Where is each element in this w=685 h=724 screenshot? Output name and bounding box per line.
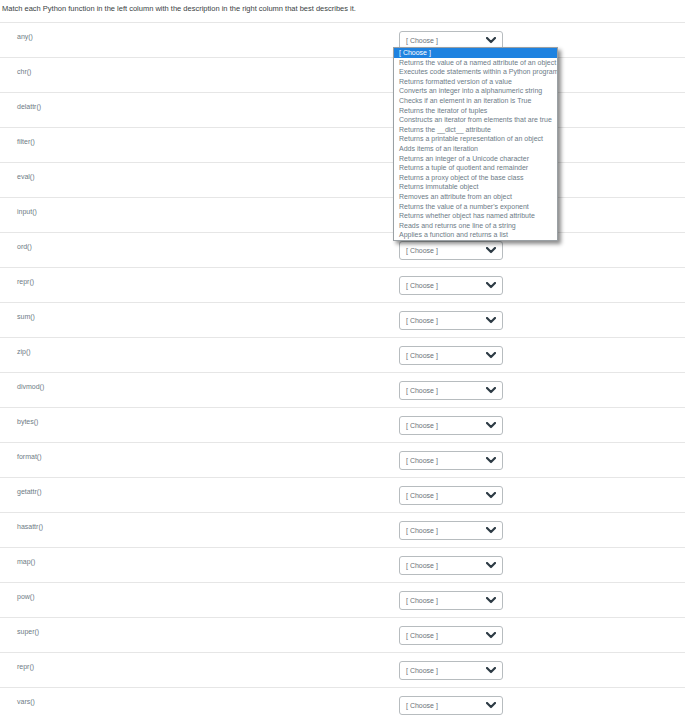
select-value: [ Choose ] <box>406 702 438 709</box>
answer-select[interactable]: [ Choose ] <box>399 521 503 540</box>
match-row: pow() [ Choose ] <box>0 582 685 617</box>
answer-select[interactable]: [ Choose ] <box>399 241 503 260</box>
chevron-down-icon <box>486 352 496 359</box>
match-row: hasattr() [ Choose ] <box>0 512 685 547</box>
dropdown-option[interactable]: Removes an attribute from an object <box>394 192 557 202</box>
match-row: chr() [ Choose ] <box>0 57 685 92</box>
select-value: [ Choose ] <box>406 352 438 359</box>
answer-select[interactable]: [ Choose ] <box>399 451 503 470</box>
dropdown-option[interactable]: Converts an integer into a alphanumeric … <box>394 86 557 96</box>
match-row: format() [ Choose ] <box>0 442 685 477</box>
match-row: filter() [ Choose ] <box>0 127 685 162</box>
select-value: [ Choose ] <box>406 667 438 674</box>
select-value: [ Choose ] <box>406 387 438 394</box>
dropdown-option[interactable]: [ Choose ] <box>394 48 557 58</box>
dropdown-option[interactable]: Returns immutable object <box>394 182 557 192</box>
function-label: super() <box>17 628 39 635</box>
function-label: format() <box>17 453 42 460</box>
chevron-down-icon <box>486 457 496 464</box>
function-label: map() <box>17 558 35 565</box>
chevron-down-icon <box>486 247 496 254</box>
match-row: bytes() [ Choose ] <box>0 407 685 442</box>
match-row: divmod() [ Choose ] <box>0 372 685 407</box>
chevron-down-icon <box>486 667 496 674</box>
answer-select[interactable]: [ Choose ] <box>399 661 503 680</box>
answer-select[interactable]: [ Choose ] <box>399 276 503 295</box>
dropdown-option[interactable]: Returns formatted version of a value <box>394 77 557 87</box>
dropdown-option[interactable]: Returns a tuple of quotient and remainde… <box>394 163 557 173</box>
dropdown-option[interactable]: Checks if an element in an iteration is … <box>394 96 557 106</box>
dropdown-option[interactable]: Returns a printable representation of an… <box>394 134 557 144</box>
chevron-down-icon <box>486 597 496 604</box>
answer-select[interactable]: [ Choose ] <box>399 346 503 365</box>
select-value: [ Choose ] <box>406 422 438 429</box>
answer-select[interactable]: [ Choose ] <box>399 486 503 505</box>
dropdown-option[interactable]: Returns whether object has named attribu… <box>394 211 557 221</box>
dropdown-option[interactable]: Executes code statements within a Python… <box>394 67 557 77</box>
answer-select[interactable]: [ Choose ] <box>399 311 503 330</box>
chevron-down-icon <box>486 562 496 569</box>
answer-select[interactable]: [ Choose ] <box>399 696 503 715</box>
function-label: hasattr() <box>17 523 43 530</box>
select-value: [ Choose ] <box>406 457 438 464</box>
select-value: [ Choose ] <box>406 37 438 44</box>
match-row: eval() [ Choose ] <box>0 162 685 197</box>
dropdown-option[interactable]: Returns the iterator of tuples <box>394 106 557 116</box>
select-value: [ Choose ] <box>406 597 438 604</box>
match-row: any() [ Choose ] <box>0 22 685 57</box>
function-label: any() <box>17 33 33 40</box>
function-label: bytes() <box>17 418 38 425</box>
answer-select[interactable]: [ Choose ] <box>399 626 503 645</box>
select-value: [ Choose ] <box>406 562 438 569</box>
match-row: map() [ Choose ] <box>0 547 685 582</box>
match-row: repr() [ Choose ] <box>0 267 685 302</box>
answer-select[interactable]: [ Choose ] <box>399 556 503 575</box>
chevron-down-icon <box>486 317 496 324</box>
dropdown-option[interactable]: Adds items of an iteration <box>394 144 557 154</box>
function-label: ord() <box>17 243 32 250</box>
match-row: delattr() [ Choose ] <box>0 92 685 127</box>
chevron-down-icon <box>486 282 496 289</box>
answer-dropdown-menu: [ Choose ] Returns the value of a named … <box>393 47 558 241</box>
function-label: divmod() <box>17 383 44 390</box>
select-value: [ Choose ] <box>406 492 438 499</box>
function-label: delattr() <box>17 103 41 110</box>
function-label: zip() <box>17 348 31 355</box>
match-row: vars() [ Choose ] <box>0 687 685 722</box>
function-label: sum() <box>17 313 35 320</box>
function-label: filter() <box>17 138 35 145</box>
chevron-down-icon <box>486 492 496 499</box>
instruction-text: Match each Python function in the left c… <box>0 0 685 22</box>
match-row: zip() [ Choose ] <box>0 337 685 372</box>
dropdown-option[interactable]: Returns the value of a number's exponent <box>394 202 557 212</box>
chevron-down-icon <box>486 702 496 709</box>
match-row: repr() [ Choose ] <box>0 652 685 687</box>
select-value: [ Choose ] <box>406 282 438 289</box>
dropdown-option[interactable]: Returns an integer of a Unicode characte… <box>394 154 557 164</box>
select-value: [ Choose ] <box>406 247 438 254</box>
match-row: super() [ Choose ] <box>0 617 685 652</box>
match-row: ord() [ Choose ] <box>0 232 685 267</box>
dropdown-option[interactable]: Returns the __dict__ attribute <box>394 125 557 135</box>
answer-select[interactable]: [ Choose ] <box>399 381 503 400</box>
chevron-down-icon <box>486 387 496 394</box>
chevron-down-icon <box>486 37 496 44</box>
answer-select[interactable]: [ Choose ] <box>399 591 503 610</box>
dropdown-option[interactable]: Reads and returns one line of a string <box>394 221 557 231</box>
function-label: vars() <box>17 698 35 705</box>
function-label: repr() <box>17 663 34 670</box>
answer-select[interactable]: [ Choose ] <box>399 416 503 435</box>
function-label: repr() <box>17 278 34 285</box>
dropdown-option[interactable]: Returns the value of a named attribute o… <box>394 58 557 68</box>
function-label: getattr() <box>17 488 42 495</box>
dropdown-option[interactable]: Applies a function and returns a list <box>394 230 557 240</box>
dropdown-option[interactable]: Constructs an iterator from elements tha… <box>394 115 557 125</box>
quiz-matching-page: Match each Python function in the left c… <box>0 0 685 724</box>
dropdown-option[interactable]: Returns a proxy object of the base class <box>394 173 557 183</box>
function-label: pow() <box>17 593 35 600</box>
match-row: sum() [ Choose ] <box>0 302 685 337</box>
matching-rows: any() [ Choose ] chr() [ Choose ] delatt… <box>0 22 685 722</box>
match-row: input() [ Choose ] <box>0 197 685 232</box>
function-label: eval() <box>17 173 35 180</box>
chevron-down-icon <box>486 632 496 639</box>
